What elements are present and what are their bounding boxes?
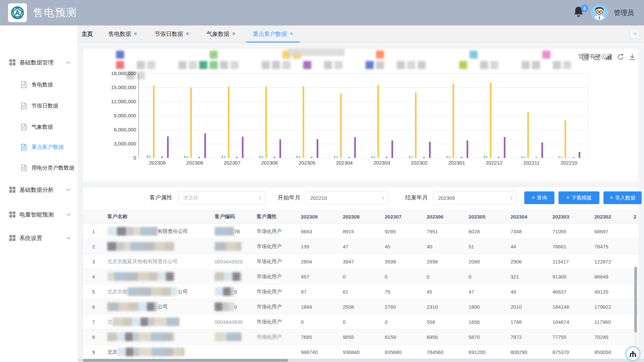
bar-202304[interactable] [334, 156, 335, 158]
bar-202302[interactable] [409, 156, 410, 158]
attr-filter-select[interactable]: 请选择 ∨ [178, 191, 265, 204]
bar-202302[interactable] [415, 93, 417, 158]
column-header[interactable]: 客户编码 [211, 210, 253, 224]
bar-202305[interactable] [317, 139, 318, 158]
close-icon[interactable]: × [186, 31, 189, 37]
bar-202212[interactable] [498, 157, 499, 158]
bar-202306[interactable] [274, 157, 275, 158]
tab-4[interactable]: 重点客户数据× [244, 25, 302, 42]
import-data-button[interactable]: +导入数据 [603, 191, 642, 204]
bar-202306[interactable] [259, 156, 261, 158]
bar-202307[interactable] [224, 156, 225, 158]
bar-202303[interactable] [386, 157, 387, 158]
sidebar-item-5[interactable]: 用电分类户数数据 [0, 161, 78, 175]
bar-202210[interactable] [565, 120, 566, 158]
bar-202212[interactable] [484, 156, 485, 158]
bar-202301[interactable] [461, 157, 462, 158]
chart-legend-row-3[interactable] [116, 71, 571, 79]
bar-202212[interactable] [504, 137, 505, 158]
bar-202309[interactable] [147, 155, 148, 158]
bar-202301[interactable] [449, 157, 450, 158]
bar-202304[interactable] [340, 94, 342, 158]
table-row[interactable]: 8市场化用户7665905581596956587078727775570245 [83, 329, 639, 345]
notification-bell[interactable]: 0 [574, 6, 585, 19]
bar-202306[interactable] [279, 139, 281, 158]
tab-0[interactable]: 主页 [78, 25, 100, 42]
table-row[interactable]: 1有限责任公司78市场化用户66638915928579516028734871… [83, 224, 639, 239]
table-row[interactable]: 6公司0市场化用户1884250827602310180020101841461… [83, 299, 639, 314]
column-header[interactable]: 客户名称 [104, 210, 211, 224]
bar-202305[interactable] [303, 86, 304, 158]
sidebar-item-2[interactable]: 节假日数据 [0, 99, 78, 113]
bar-202301[interactable] [467, 140, 468, 158]
bar-202307[interactable] [236, 157, 237, 158]
end-month-select[interactable]: 202309 ∨ [433, 191, 517, 204]
bar-202303[interactable] [377, 85, 379, 158]
sidebar-group-8[interactable]: 系统设置 [0, 231, 78, 245]
bar-202304[interactable] [354, 137, 356, 158]
download-template-button[interactable]: +下载模版 [558, 191, 599, 204]
accessibility-widget[interactable]: Ψ [625, 346, 641, 361]
sidebar-group-0[interactable]: 基础数据管理 [0, 55, 78, 70]
sidebar-group-7[interactable]: 电量智能预测 [0, 207, 78, 222]
bar-202210[interactable] [579, 152, 580, 158]
query-button[interactable]: +查询 [524, 191, 554, 204]
column-header[interactable]: 202309 [298, 210, 339, 224]
bar-202301[interactable] [452, 84, 454, 158]
avatar[interactable] [591, 4, 608, 21]
sidebar-group-6[interactable]: 基础数据分析 [0, 182, 78, 197]
column-header[interactable]: 客户属性 [253, 210, 298, 224]
bar-202302[interactable] [411, 157, 413, 158]
table-row[interactable]: 9北京9887409368408356807845606912008082908… [83, 345, 639, 360]
column-header[interactable]: 202307 [381, 210, 423, 224]
bar-202210[interactable] [561, 157, 562, 158]
bar-202308[interactable] [184, 156, 185, 158]
bar-202210[interactable] [558, 156, 560, 158]
bar-202306[interactable] [262, 156, 263, 158]
tab-1[interactable]: 售电数据× [100, 25, 146, 42]
sidebar-item-1[interactable]: 售电数据 [0, 78, 78, 92]
bar-202210[interactable] [573, 157, 574, 158]
bar-202212[interactable] [490, 83, 491, 158]
bar-202211[interactable] [541, 142, 543, 158]
column-header[interactable]: 202304 [507, 210, 549, 224]
tab-more-button[interactable]: + [630, 29, 640, 39]
table-row[interactable]: 5北京京能公司5市场化用户9761754547494663749120 [83, 284, 639, 299]
column-header[interactable] [83, 210, 104, 224]
table-row[interactable]: 2市场化用户13547454051447666178475 [83, 239, 639, 254]
tab-2[interactable]: 节假日数据× [146, 25, 198, 42]
bar-chart-toggle-icon[interactable] [605, 53, 612, 61]
bar-202212[interactable] [486, 156, 487, 158]
bar-202307[interactable] [222, 156, 223, 158]
bar-202308[interactable] [204, 133, 206, 158]
bar-202304[interactable] [336, 157, 338, 158]
bar-202307[interactable] [242, 137, 244, 158]
column-header[interactable]: 202305 [465, 210, 507, 224]
bar-202303[interactable] [391, 140, 393, 158]
bar-202309[interactable] [153, 85, 155, 158]
bar-202211[interactable] [524, 157, 525, 158]
bar-202306[interactable] [265, 86, 267, 158]
bar-202304[interactable] [348, 157, 350, 158]
bar-202308[interactable] [186, 156, 188, 158]
bar-202302[interactable] [429, 142, 431, 158]
bar-202308[interactable] [190, 87, 192, 158]
bar-202305[interactable] [311, 157, 312, 158]
bar-202303[interactable] [371, 156, 373, 158]
close-icon[interactable]: × [232, 31, 235, 37]
bar-202308[interactable] [199, 157, 200, 158]
table-row[interactable]: 7北0003443939市场化用户00055816561788104874117… [83, 314, 639, 329]
bar-202301[interactable] [446, 156, 448, 158]
table-row[interactable]: 4市场化用户45700003219130088849 [83, 269, 639, 284]
close-icon[interactable]: × [134, 31, 137, 37]
user-name[interactable]: 管理员 [614, 8, 634, 17]
close-icon[interactable]: × [290, 31, 293, 37]
sidebar-item-4[interactable]: 重点客户数据 [0, 140, 78, 154]
line-chart-toggle-icon[interactable] [593, 53, 601, 61]
bar-202305[interactable] [297, 156, 298, 158]
start-month-select[interactable]: 202210 ∨ [305, 191, 388, 204]
bar-202211[interactable] [536, 157, 537, 158]
column-header[interactable]: 202303 [549, 210, 591, 224]
bar-202309[interactable] [161, 157, 163, 158]
bar-202211[interactable] [521, 156, 523, 158]
